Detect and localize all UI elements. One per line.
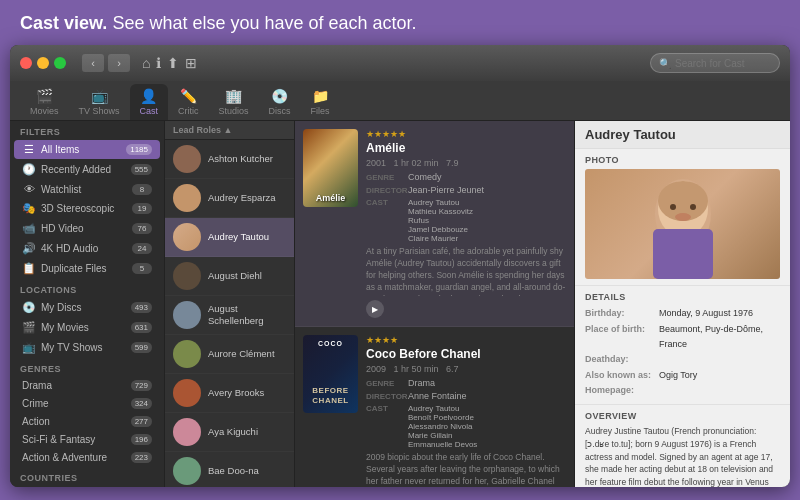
sidebar-crime-label: Crime (22, 398, 126, 409)
sidebar-item-drama[interactable]: Drama 729 (14, 377, 160, 394)
sidebar-item-adventure[interactable]: Action & Adventure 223 (14, 449, 160, 466)
3d-icon: 🎭 (22, 202, 36, 215)
toolbar-icons: ⌂ ℹ ⬆ ⊞ (142, 55, 197, 71)
search-box[interactable]: 🔍 (650, 53, 780, 73)
actor-avatar-audrey-t (173, 223, 201, 251)
sidebar-item-hd[interactable]: 📹 HD Video 76 (14, 219, 160, 238)
sidebar-scifi-badge: 196 (131, 434, 152, 445)
sidebar-item-watchlist-badge: 8 (132, 184, 152, 195)
sidebar-item-my-discs[interactable]: 💿 My Discs 493 (14, 298, 160, 317)
amelie-poster-text: Amélie (303, 193, 358, 203)
tab-cast[interactable]: 👤 Cast (130, 84, 169, 120)
sidebar-item-duplicates[interactable]: 📋 Duplicate Files 5 (14, 259, 160, 278)
actor-item-ashton[interactable]: Ashton Kutcher (165, 140, 294, 179)
movies-icon: 🎬 (36, 88, 53, 104)
coco-duration: 1 hr 50 min (394, 364, 439, 374)
alias-val: Ogig Tory (659, 368, 780, 383)
coco-title: Coco Before Chanel (366, 347, 566, 361)
sidebar-item-all[interactable]: ☰ All Items 1185 (14, 140, 160, 159)
actor-item-avery[interactable]: Avery Brooks (165, 374, 294, 413)
sidebar-item-scifi[interactable]: Sci-Fi & Fantasy 196 (14, 431, 160, 448)
sidebar-item-my-tv[interactable]: 📺 My TV Shows 599 (14, 338, 160, 357)
sidebar-item-crime[interactable]: Crime 324 (14, 395, 160, 412)
tab-discs-label: Discs (269, 106, 291, 116)
tab-critic-label: Critic (178, 106, 199, 116)
actor-item-audrey-t[interactable]: Audrey Tautou (165, 218, 294, 257)
deathday-row: Deathday: (585, 352, 780, 367)
tab-critic[interactable]: ✏️ Critic (168, 84, 209, 120)
sidebar-item-my-movies[interactable]: 🎬 My Movies 631 (14, 318, 160, 337)
actor-item-aya[interactable]: Aya Kiguchi (165, 413, 294, 452)
coco-poster-top: COCO (303, 340, 358, 347)
grid-icon[interactable]: ⊞ (185, 55, 197, 71)
minimize-button[interactable] (37, 57, 49, 69)
birthday-row: Birthday: Monday, 9 August 1976 (585, 306, 780, 321)
deathday-label: Deathday: (585, 352, 655, 367)
actor-avatar-avery (173, 379, 201, 407)
sidebar-item-4k-badge: 24 (132, 243, 152, 254)
info-overview-content: Audrey Justine Tautou (French pronunciat… (585, 425, 780, 487)
home-icon[interactable]: ⌂ (142, 55, 150, 71)
filters-section-title: Filters (10, 121, 164, 139)
sidebar-item-discs-badge: 493 (131, 302, 152, 313)
actor-item-bae[interactable]: Bae Doo-na (165, 452, 294, 487)
alias-label: Also known as: (585, 368, 655, 383)
tab-studios[interactable]: 🏢 Studios (209, 84, 259, 120)
info-overview-section: Overview Audrey Justine Tautou (French p… (575, 405, 790, 487)
banner-regular: See what else you have of each actor. (107, 13, 416, 33)
nav-buttons: ‹ › (82, 54, 130, 72)
info-actor-name: Audrey Tautou (575, 121, 790, 149)
movie-item-amelie[interactable]: Amélie ★★★★★ Amélie 2001 1 hr 02 min 7.9… (295, 121, 574, 327)
back-button[interactable]: ‹ (82, 54, 104, 72)
coco-rating: 6.7 (446, 364, 459, 374)
sidebar-item-recently-added[interactable]: 🕐 Recently Added 555 (14, 160, 160, 179)
tvshows-icon: 📺 (91, 88, 108, 104)
search-icon: 🔍 (659, 58, 671, 69)
sidebar-item-watchlist[interactable]: 👁 Watchlist 8 (14, 180, 160, 198)
share-icon[interactable]: ⬆ (167, 55, 179, 71)
sidebar-item-discs-label: My Discs (41, 302, 126, 313)
tab-movies-label: Movies (30, 106, 59, 116)
sidebar-scifi-label: Sci-Fi & Fantasy (22, 434, 126, 445)
tab-tvshows[interactable]: 📺 TV Shows (69, 84, 130, 120)
sidebar-item-usa[interactable]: United States of Am... 1019 (14, 486, 160, 487)
close-button[interactable] (20, 57, 32, 69)
sidebar-drama-badge: 729 (131, 380, 152, 391)
maximize-button[interactable] (54, 57, 66, 69)
watchlist-icon: 👁 (22, 183, 36, 195)
discs-icon: 💿 (271, 88, 288, 104)
forward-button[interactable]: › (108, 54, 130, 72)
svg-point-3 (670, 204, 676, 210)
amelie-meta: 2001 1 hr 02 min 7.9 (366, 158, 566, 168)
sidebar-item-action[interactable]: Action 277 (14, 413, 160, 430)
sidebar-item-4k[interactable]: 🔊 4K HD Audio 24 (14, 239, 160, 258)
coco-director-label: DIRECTOR (366, 392, 404, 401)
tab-movies[interactable]: 🎬 Movies (20, 84, 69, 120)
actor-item-aurore[interactable]: Aurore Clément (165, 335, 294, 374)
sidebar-item-3d-badge: 19 (132, 203, 152, 214)
sidebar-item-3d[interactable]: 🎭 3D Stereoscopic 19 (14, 199, 160, 218)
discs-loc-icon: 💿 (22, 301, 36, 314)
countries-section-title: Countries (10, 467, 164, 485)
4k-icon: 🔊 (22, 242, 36, 255)
amelie-cast-row: CAST Audrey Tautou Mathieu Kassovitz Ruf… (366, 198, 566, 243)
sidebar-adventure-badge: 223 (131, 452, 152, 463)
amelie-play-button[interactable]: ▶ (366, 300, 384, 318)
info-icon[interactable]: ℹ (156, 55, 161, 71)
amelie-director-row: DIRECTOR Jean-Pierre Jeunet (366, 185, 566, 195)
info-photo-section: Photo (575, 149, 790, 286)
actor-name-ashton: Ashton Kutcher (208, 153, 273, 165)
coco-poster-main: BEFORECHANEL (305, 386, 356, 405)
tab-bar: 🎬 Movies 📺 TV Shows 👤 Cast ✏️ Critic 🏢 S… (10, 81, 790, 121)
tab-files[interactable]: 📁 Files (301, 84, 340, 120)
actor-item-august-d[interactable]: August Diehl (165, 257, 294, 296)
cast-icon: 👤 (140, 88, 157, 104)
movie-item-coco[interactable]: COCO BEFORECHANEL ★★★★ Coco Before Chane… (295, 327, 574, 487)
title-bar: ‹ › ⌂ ℹ ⬆ ⊞ 🔍 (10, 45, 790, 81)
search-input[interactable] (675, 58, 771, 69)
sidebar-adventure-label: Action & Adventure (22, 452, 126, 463)
tab-discs[interactable]: 💿 Discs (259, 84, 301, 120)
actor-item-audrey-e[interactable]: Audrey Esparza (165, 179, 294, 218)
actor-item-august-s[interactable]: August Schellenberg (165, 296, 294, 335)
coco-genre-label: GENRE (366, 379, 404, 388)
